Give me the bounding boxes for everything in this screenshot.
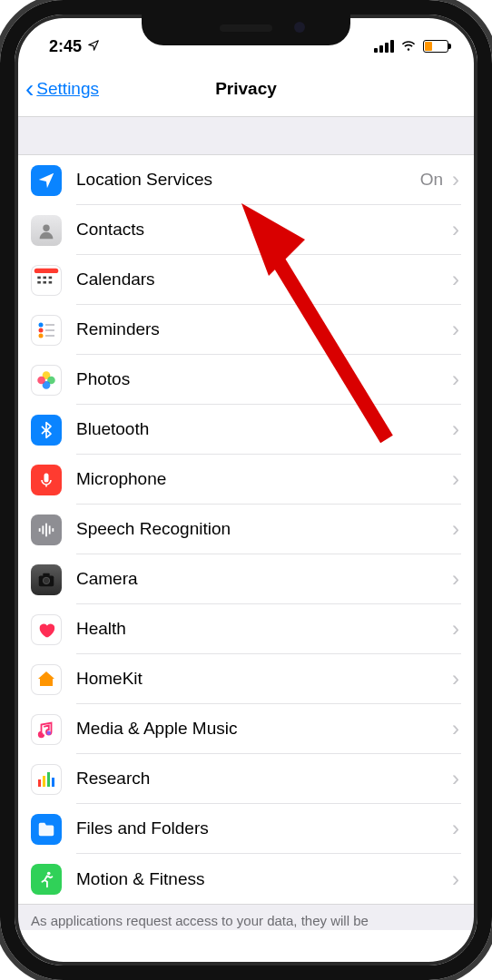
row-reminders[interactable]: Reminders›	[15, 305, 477, 355]
row-contacts[interactable]: Contacts›	[15, 205, 477, 255]
photos-icon	[31, 365, 62, 396]
chevron-right-icon: ›	[452, 167, 461, 192]
chevron-right-icon: ›	[452, 867, 461, 892]
battery-icon	[423, 40, 448, 53]
media-icon	[31, 714, 62, 745]
row-files-and-folders[interactable]: Files and Folders›	[15, 804, 477, 854]
svg-rect-6	[43, 280, 46, 283]
row-label: Files and Folders	[76, 818, 443, 838]
row-microphone[interactable]: Microphone›	[15, 455, 477, 505]
row-label: Reminders	[76, 319, 443, 339]
svg-rect-29	[38, 779, 41, 787]
row-health[interactable]: Health›	[15, 604, 477, 654]
svg-point-28	[46, 730, 51, 735]
svg-rect-12	[45, 329, 54, 331]
svg-rect-22	[49, 525, 51, 534]
svg-rect-26	[43, 573, 49, 576]
chevron-right-icon: ›	[452, 416, 461, 442]
contacts-icon	[31, 215, 62, 246]
row-label: Location Services	[76, 170, 411, 190]
svg-rect-7	[49, 280, 53, 283]
microphone-icon	[31, 465, 62, 495]
row-label: Calendars	[76, 270, 443, 289]
row-value: On	[420, 170, 443, 190]
chevron-left-icon: ‹	[25, 76, 34, 102]
chevron-right-icon: ›	[452, 317, 461, 342]
row-label: Contacts	[76, 220, 443, 240]
svg-rect-19	[39, 528, 41, 532]
svg-point-17	[37, 376, 45, 384]
chevron-right-icon: ›	[452, 367, 461, 392]
row-speech-recognition[interactable]: Speech Recognition›	[15, 505, 477, 554]
chevron-right-icon: ›	[452, 516, 461, 542]
svg-point-25	[43, 577, 49, 583]
svg-point-9	[39, 328, 44, 332]
chevron-right-icon: ›	[452, 766, 461, 791]
row-label: Microphone	[76, 469, 443, 489]
row-label: HomeKit	[76, 669, 443, 689]
row-motion-fitness[interactable]: Motion & Fitness›	[15, 854, 477, 904]
svg-rect-2	[37, 276, 41, 279]
row-label: Photos	[76, 369, 443, 389]
svg-rect-1	[34, 268, 58, 272]
homekit-icon	[31, 664, 62, 695]
bluetooth-icon	[31, 415, 62, 446]
row-research[interactable]: Research›	[15, 754, 477, 804]
row-location-services[interactable]: Location ServicesOn›	[15, 155, 477, 205]
svg-rect-4	[49, 276, 53, 279]
footer-text: As applications request access to your d…	[15, 904, 477, 930]
calendars-icon	[31, 265, 62, 296]
files-icon	[31, 814, 62, 845]
svg-rect-23	[52, 528, 54, 532]
back-label: Settings	[36, 79, 99, 99]
page-title: Privacy	[215, 79, 277, 99]
row-label: Research	[76, 769, 443, 789]
reminders-icon	[31, 315, 62, 346]
svg-rect-31	[47, 772, 50, 787]
svg-point-0	[43, 224, 49, 230]
row-label: Bluetooth	[76, 419, 443, 439]
chevron-right-icon: ›	[452, 466, 461, 492]
wifi-icon	[399, 35, 418, 58]
row-homekit[interactable]: HomeKit›	[15, 654, 477, 704]
location-indicator-icon	[87, 37, 100, 56]
chevron-right-icon: ›	[452, 816, 461, 841]
status-time: 2:45	[49, 37, 82, 56]
chevron-right-icon: ›	[452, 666, 461, 691]
row-label: Motion & Fitness	[76, 869, 443, 889]
svg-point-8	[39, 322, 44, 327]
row-label: Health	[76, 619, 443, 639]
svg-point-33	[47, 871, 51, 875]
chevron-right-icon: ›	[452, 716, 461, 741]
row-label: Media & Apple Music	[76, 719, 443, 739]
row-camera[interactable]: Camera›	[15, 554, 477, 604]
row-label: Speech Recognition	[76, 519, 443, 539]
motion-icon	[31, 864, 62, 895]
svg-rect-11	[45, 324, 54, 326]
speech-icon	[31, 514, 62, 545]
cellular-signal-icon	[374, 40, 394, 53]
row-media-apple-music[interactable]: Media & Apple Music›	[15, 704, 477, 754]
chevron-right-icon: ›	[452, 566, 461, 592]
chevron-right-icon: ›	[452, 616, 461, 642]
row-photos[interactable]: Photos›	[15, 355, 477, 405]
svg-rect-21	[45, 523, 47, 536]
svg-rect-5	[37, 280, 41, 283]
svg-rect-3	[43, 276, 46, 279]
back-button[interactable]: ‹ Settings	[25, 76, 99, 102]
row-label: Camera	[76, 569, 443, 589]
chevron-right-icon: ›	[452, 217, 461, 242]
section-spacer	[15, 117, 477, 155]
svg-rect-20	[42, 525, 44, 534]
research-icon	[31, 764, 62, 795]
camera-icon	[31, 564, 62, 595]
svg-rect-13	[45, 335, 54, 337]
svg-rect-32	[52, 778, 54, 787]
svg-rect-30	[43, 776, 45, 787]
svg-point-27	[39, 732, 44, 737]
location-icon	[31, 165, 62, 196]
settings-list: Location ServicesOn›Contacts›Calendars›R…	[15, 155, 477, 904]
row-bluetooth[interactable]: Bluetooth›	[15, 405, 477, 455]
nav-bar: ‹ Settings Privacy	[15, 65, 477, 117]
row-calendars[interactable]: Calendars›	[15, 255, 477, 305]
